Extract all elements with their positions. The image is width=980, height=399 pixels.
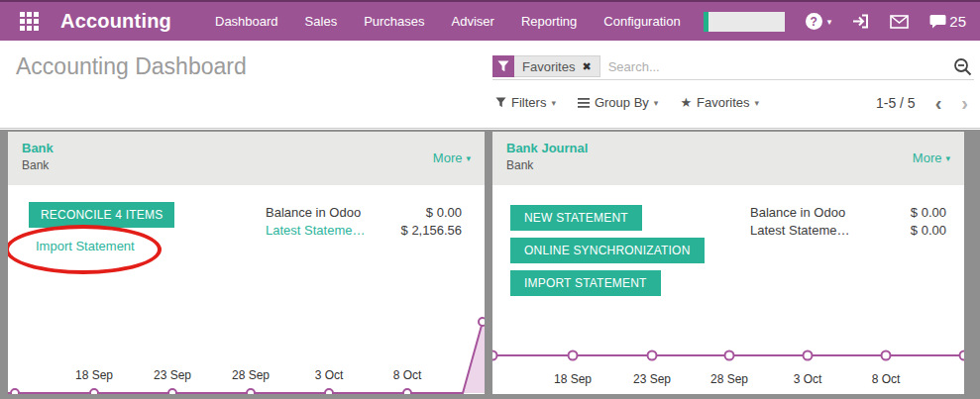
menu-reporting[interactable]: Reporting [521,14,577,29]
stat-value: $ 0.00 [911,204,946,222]
chevron-down-icon: ▾ [827,17,832,27]
top-navbar: Accounting Dashboard Sales Purchases Adv… [0,0,980,41]
stat-label: Latest Stateme… [750,222,849,240]
import-statement-link[interactable]: Import Statement [36,239,135,253]
reconcile-items-button[interactable]: RECONCILE 4 ITEMS [29,202,174,228]
stat-value: $ 0.00 [911,222,946,240]
stat-row: Balance in Odoo $ 0.00 [750,204,946,222]
new-statement-button[interactable]: NEW STATEMENT [510,205,642,231]
odoo-accounting-window: Accounting Dashboard Sales Purchases Adv… [0,0,980,399]
x-tick-label: 23 Sep [622,372,682,386]
card-header: Bank Journal Bank More ▾ [492,132,964,185]
latest-statement-link[interactable]: Latest Stateme… [266,222,365,240]
x-tick-label: 8 Oct [378,368,437,382]
favorites-facet[interactable]: Favorites ✖ [514,55,600,77]
search-icon[interactable] [953,57,972,76]
x-tick-label: 3 Oct [299,368,359,382]
chevron-down-icon: ▾ [755,98,760,108]
menu-purchases[interactable]: Purchases [364,14,424,29]
pager-range: 1-5 / 5 [876,95,916,111]
search-input[interactable] [600,59,953,74]
pager-previous-icon[interactable]: ‹ [935,93,942,113]
x-tick-label: 8 Oct [856,372,916,386]
stat-label: Balance in Odoo [750,204,845,222]
chevron-down-icon: ▾ [466,153,471,163]
x-tick-label: 28 Sep [700,372,759,386]
online-synchronization-button[interactable]: ONLINE SYNCHRONIZATION [510,238,705,263]
menu-adviser[interactable]: Adviser [452,14,494,29]
stat-row: Latest Stateme… $ 2,156.56 [266,222,462,240]
favorites-dropdown[interactable]: ★ Favorites ▾ [680,95,759,110]
journal-stats: Balance in Odoo $ 0.00 Latest Stateme… $… [266,204,462,240]
chevron-down-icon: ▾ [945,153,950,163]
journal-card-bank: Bank Bank More ▾ RECONCILE 4 ITEMS Impor… [8,132,485,394]
chat-bubble-icon [929,14,946,29]
journal-title[interactable]: Bank [22,141,471,155]
search-options-row: Filters ▾ Group By ▾ ★ Favorites ▾ [495,95,759,110]
stat-row: Balance in Odoo $ 0.00 [266,204,462,222]
journal-actions: NEW STATEMENT ONLINE SYNCHRONIZATION IMP… [510,205,705,296]
card-body: RECONCILE 4 ITEMS Import Statement Balan… [8,185,485,394]
help-menu[interactable]: ? ▾ [806,13,832,30]
journal-card-bank-journal: Bank Journal Bank More ▾ NEW STATEMENT O… [492,132,964,394]
filter-funnel-icon [492,55,514,77]
x-tick-label: 18 Sep [64,368,124,382]
x-tick-label: 3 Oct [778,372,837,386]
apps-grid-icon[interactable] [20,12,39,31]
messages-button[interactable]: 25 [929,13,966,30]
page-title: Accounting Dashboard [16,53,247,80]
group-by-icon [578,98,590,108]
messages-count: 25 [949,13,966,30]
stat-row: Latest Stateme… $ 0.00 [750,222,946,240]
control-panel: Accounting Dashboard Favorites ✖ Filters… [0,41,980,129]
dashboard-content: Bank Bank More ▾ RECONCILE 4 ITEMS Impor… [0,130,980,399]
pager-next-icon[interactable]: › [961,93,968,113]
menu-configuration[interactable]: Configuration [603,14,680,29]
journal-title[interactable]: Bank Journal [506,141,950,155]
x-tick-label: 28 Sep [221,368,280,382]
journal-stats: Balance in Odoo $ 0.00 Latest Stateme… $… [750,204,946,240]
journal-subtitle: Bank [22,158,471,172]
stat-value: $ 0.00 [426,204,462,222]
import-statement-button[interactable]: IMPORT STATEMENT [510,270,661,296]
navbar-systray: ? ▾ 25 [704,12,966,32]
chevron-down-icon: ▾ [551,98,556,108]
search-bar: Favorites ✖ [492,53,974,80]
facet-label: Favorites [522,59,575,74]
app-name[interactable]: Accounting [60,10,171,33]
user-menu[interactable] [704,12,785,32]
more-dropdown[interactable]: More ▾ [913,150,950,165]
main-menu: Dashboard Sales Purchases Adviser Report… [215,14,681,29]
stat-label: Balance in Odoo [266,204,361,222]
pager: 1-5 / 5 ‹ › [876,93,968,113]
funnel-icon [495,97,506,108]
more-dropdown[interactable]: More ▾ [433,150,471,165]
remove-facet-icon[interactable]: ✖ [582,60,591,73]
menu-dashboard[interactable]: Dashboard [215,14,278,29]
x-tick-label: 23 Sep [143,368,202,382]
stat-value: $ 2,156.56 [401,222,462,240]
menu-sales[interactable]: Sales [305,14,338,29]
x-tick-label: 18 Sep [543,372,602,386]
envelope-icon[interactable] [890,15,909,29]
journal-subtitle: Bank [506,158,950,172]
group-by-dropdown[interactable]: Group By ▾ [578,95,658,110]
card-header: Bank Bank More ▾ [8,132,485,185]
sign-in-icon[interactable] [852,14,869,29]
chevron-down-icon: ▾ [654,98,659,108]
filters-dropdown[interactable]: Filters ▾ [495,95,556,110]
star-icon: ★ [680,96,692,109]
help-icon: ? [806,13,822,30]
card-body: NEW STATEMENT ONLINE SYNCHRONIZATION IMP… [492,185,964,394]
